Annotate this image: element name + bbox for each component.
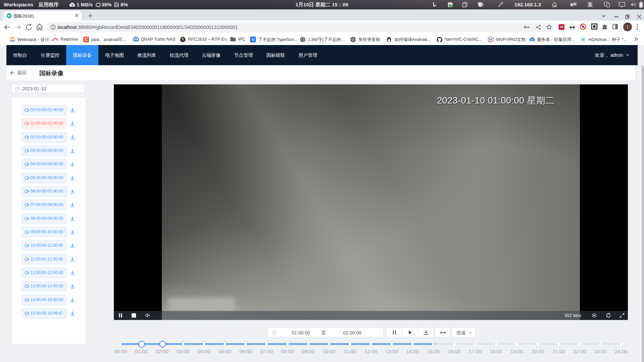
svg-text:WVP-PRO: WVP-PRO [488,41,493,42]
